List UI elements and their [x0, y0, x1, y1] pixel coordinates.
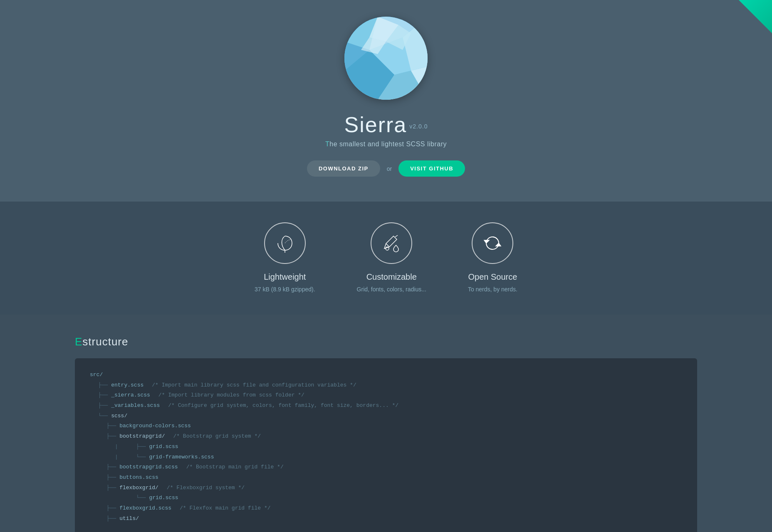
- code-line: _sierra.scss /* Import library modules f…: [98, 390, 682, 401]
- code-line: bootstrapgrid.scss /* Bootstrap main gri…: [106, 462, 682, 473]
- lightweight-label: Lightweight: [264, 272, 306, 282]
- download-button[interactable]: DOWNLOAD ZIP: [307, 160, 380, 177]
- code-line: background-colors.scss: [106, 421, 682, 431]
- structure-section: Estructure src/ entry.scss /* Import mai…: [0, 315, 772, 532]
- code-line: scss/: [98, 411, 682, 421]
- app-title: Sierrav2.0.0: [344, 112, 428, 137]
- title-accent: E: [75, 335, 82, 348]
- corner-decoration: [739, 0, 772, 33]
- feature-lightweight: Lightweight 37 kB (8.9 kB gzipped).: [255, 222, 315, 294]
- brush-icon: [381, 233, 402, 254]
- refresh-icon: [482, 233, 503, 254]
- svg-marker-17: [496, 243, 501, 246]
- lightweight-desc: 37 kB (8.9 kB gzipped).: [255, 285, 315, 294]
- code-block: src/ entry.scss /* Import main library s…: [75, 358, 697, 532]
- title-rest: structure: [82, 335, 128, 348]
- features-section: Lightweight 37 kB (8.9 kB gzipped). Cust…: [0, 202, 772, 315]
- code-line: | grid.scss: [115, 442, 682, 452]
- lightweight-icon-circle: [264, 222, 306, 264]
- open-source-icon-circle: [472, 222, 513, 264]
- code-line: _variables.scss /* Configure grid system…: [98, 401, 682, 411]
- code-line: grid.scss: [115, 493, 682, 503]
- customizable-icon-circle: [371, 222, 412, 264]
- svg-line-15: [395, 235, 398, 237]
- open-source-label: Open Source: [468, 272, 517, 282]
- cta-buttons: DOWNLOAD ZIP or VISIT GITHUB: [307, 160, 465, 177]
- code-line: flexboxgrid.scss /* Flexfox main grid fi…: [106, 503, 682, 514]
- feature-open-source: Open Source To nerds, by nerds.: [468, 222, 517, 294]
- code-line: buttons.scss: [106, 473, 682, 483]
- code-line: bootstrapgrid/ /* Bootstrap grid system …: [106, 431, 682, 442]
- or-label: or: [387, 165, 392, 172]
- version-badge: v2.0.0: [409, 123, 428, 130]
- code-line: utils/: [106, 514, 682, 524]
- feature-customizable: Customizable Grid, fonts, colors, radius…: [357, 222, 426, 294]
- structure-title: Estructure: [75, 335, 697, 348]
- app-logo: [344, 17, 428, 100]
- github-button[interactable]: VISIT GITHUB: [398, 160, 465, 177]
- code-line: flexboxgrid/ /* Flexboxgrid system */: [106, 483, 682, 493]
- open-source-desc: To nerds, by nerds.: [468, 285, 517, 294]
- code-line: src/: [90, 370, 682, 380]
- leaf-icon: [275, 233, 295, 254]
- customizable-label: Customizable: [366, 272, 417, 282]
- tagline: The smallest and lightest SCSS library: [325, 140, 447, 148]
- code-line: | grid-frameworks.scss: [115, 452, 682, 463]
- customizable-desc: Grid, fonts, colors, radius...: [357, 285, 426, 294]
- code-line: entry.scss /* Import main library scss f…: [98, 380, 682, 391]
- hero-section: Sierrav2.0.0 The smallest and lightest S…: [0, 0, 772, 202]
